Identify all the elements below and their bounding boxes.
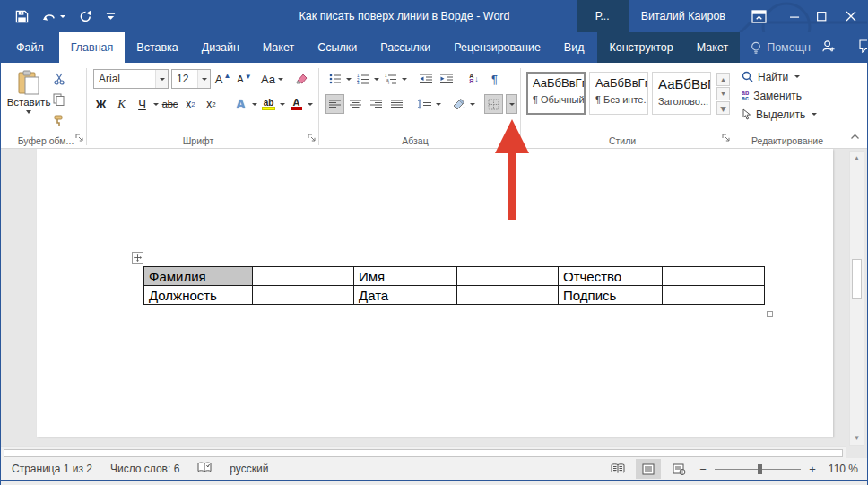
strikethrough-button[interactable]: abc [161,94,179,114]
decrease-indent-button[interactable] [416,69,435,89]
text-effects-button[interactable]: А [231,94,250,114]
font-dialog-launcher[interactable] [308,129,316,145]
highlight-caret-icon[interactable] [280,103,285,106]
table-cell[interactable] [457,267,559,286]
tab-file[interactable]: Файл [1,32,59,63]
page-indicator[interactable]: Страница 1 из 2 [12,463,92,475]
styles-more-button[interactable]: ▬▼ [716,101,730,115]
table-move-handle[interactable] [132,252,143,264]
zoom-level[interactable]: 110 % [824,463,862,475]
table-cell[interactable] [457,286,559,305]
scroll-down-icon[interactable]: ▼ [850,431,864,445]
shading-caret-icon[interactable] [470,103,475,106]
language-indicator[interactable]: русский [230,463,268,475]
tab-references[interactable]: Ссылки [306,32,369,63]
zoom-out-button[interactable]: − [697,463,709,476]
tab-home[interactable]: Главная [59,32,126,63]
table-cell[interactable]: Отчество [559,267,663,286]
style-card-heading1[interactable]: АаБбВвГг, Заголово... [652,72,711,115]
cut-button[interactable] [49,69,68,89]
zoom-in-button[interactable]: + [806,463,819,476]
find-button[interactable]: Найти [740,67,838,86]
word-count[interactable]: Число слов: 6 [110,463,179,475]
tab-insert[interactable]: Вставка [125,32,189,63]
table-cell[interactable]: Подпись [559,286,663,305]
borders-button[interactable] [484,94,503,114]
account-user-name[interactable]: Виталий Каиров [641,10,725,22]
vertical-scroll-thumb[interactable] [852,259,862,299]
print-layout-button[interactable] [636,459,661,479]
table-cell[interactable]: Имя [354,267,457,286]
bullet-list-caret-icon[interactable] [346,78,352,81]
undo-button[interactable] [42,11,65,22]
copy-button[interactable] [49,90,68,109]
tab-table-layout[interactable]: Макет [685,32,740,63]
text-effects-caret-icon[interactable] [252,103,257,106]
minimize-button[interactable] [781,0,808,32]
save-icon[interactable] [15,10,29,23]
numbered-list-button[interactable]: 123 [353,69,372,89]
text-highlight-button[interactable]: ab [259,94,278,114]
font-name-combo[interactable]: Arial [93,69,169,89]
tab-table-design[interactable]: Конструктор [597,32,684,63]
paste-button[interactable]: Вставить [8,67,49,132]
read-mode-button[interactable] [605,459,630,479]
line-spacing-caret-icon[interactable] [436,103,441,106]
vertical-scrollbar[interactable]: ▲ ▼ [849,151,864,446]
shading-button[interactable] [449,94,468,114]
numbered-list-caret-icon[interactable] [374,78,379,81]
sort-button[interactable]: АЯ ↓ [464,69,483,89]
comments-icon[interactable] [859,39,868,56]
qat-customize-button[interactable] [106,12,116,21]
styles-scroll-up-button[interactable]: ▲ [716,73,730,86]
clear-formatting-button[interactable] [292,69,311,89]
web-layout-button[interactable] [666,459,691,479]
table-cell[interactable]: Должность [144,286,253,305]
table-cell[interactable] [663,267,765,286]
tell-me-box[interactable]: Помощн [740,32,821,63]
show-marks-button[interactable]: ¶ [485,69,504,89]
font-color-caret-icon[interactable] [308,103,313,106]
clipboard-dialog-launcher[interactable] [75,129,83,145]
style-card-no-spacing[interactable]: АаБбВвГг, ¶ Без инте... [589,72,648,115]
underline-button[interactable]: Ч [133,94,152,114]
italic-button[interactable]: К [112,94,131,114]
tab-layout[interactable]: Макет [251,32,306,63]
scroll-up-icon[interactable]: ▲ [850,152,864,165]
style-card-normal[interactable]: АаБбВвГг, ¶ Обычный [526,72,586,115]
zoom-slider[interactable] [715,463,801,475]
shrink-font-button[interactable]: А▼ [235,69,254,89]
increase-indent-button[interactable] [437,69,456,89]
replace-button[interactable]: abac Заменить [740,86,838,105]
superscript-button[interactable]: x2 [202,94,221,114]
underline-caret-icon[interactable] [153,103,159,106]
align-right-button[interactable] [367,94,386,114]
select-button[interactable]: Выделить [740,105,838,124]
borders-caret-button[interactable] [506,94,517,114]
font-color-button[interactable]: А [287,94,306,114]
align-center-button[interactable] [346,94,365,114]
table-cell[interactable]: Дата [354,286,457,305]
line-spacing-button[interactable] [415,94,434,114]
justify-button[interactable] [387,94,406,114]
format-painter-button[interactable] [49,110,68,130]
collapse-ribbon-button[interactable] [850,127,860,143]
ribbon-display-options-button[interactable] [743,0,774,32]
table-cell[interactable]: Фамилия [144,267,253,286]
bullet-list-button[interactable] [326,69,344,89]
change-case-button[interactable]: Аа [260,69,284,89]
horizontal-scrollbar[interactable] [1,446,846,458]
zoom-slider-thumb[interactable] [758,464,762,474]
table-cell[interactable] [253,286,354,305]
bold-button[interactable]: Ж [91,94,110,114]
subscript-button[interactable]: x2 [181,94,200,114]
table-cell[interactable] [663,286,765,305]
styles-dialog-launcher[interactable] [722,129,730,145]
redo-button[interactable] [79,10,92,23]
multilevel-list-button[interactable]: 1ai [381,69,400,89]
tab-mailings[interactable]: Рассылки [369,32,442,63]
horizontal-scroll-thumb[interactable] [4,449,843,457]
maximize-button[interactable] [808,0,835,32]
font-size-combo[interactable]: 12 [171,69,211,89]
tab-design[interactable]: Дизайн [190,32,251,63]
